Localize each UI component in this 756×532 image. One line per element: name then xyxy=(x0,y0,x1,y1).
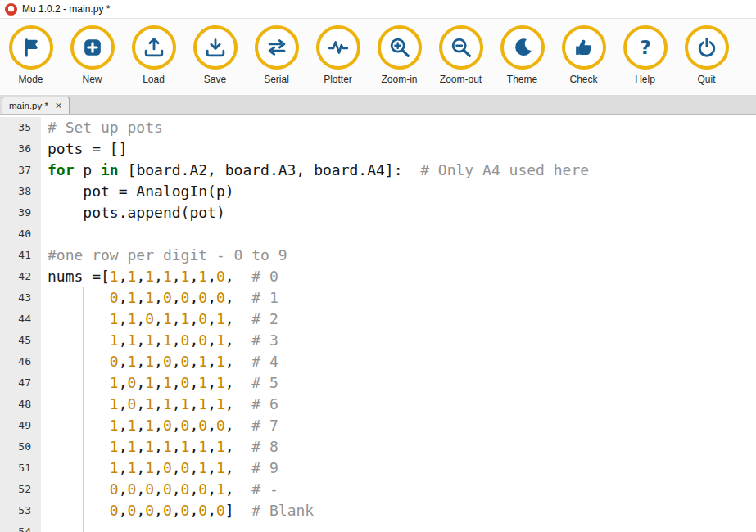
line-number: 47 xyxy=(0,372,41,394)
quit-button[interactable]: Quit xyxy=(683,25,730,85)
tab-bar: main.py * ✕ xyxy=(0,96,756,115)
code-line: 38 pot = AnalogIn(p) xyxy=(0,181,756,202)
code-text: 0,0,0,0,0,0,0] # Blank xyxy=(41,500,314,521)
toolbar-button-label: Help xyxy=(635,74,655,85)
code-line: 35# Set up pots xyxy=(0,117,756,138)
mu-window: Mu 1.0.2 - main.py * Mode New xyxy=(0,0,756,532)
line-number: 36 xyxy=(0,138,41,160)
code-text: 0,1,1,0,0,1,1, # 4 xyxy=(41,351,278,372)
code-text: for p in [board.A2, board.A3, board.A4]:… xyxy=(41,160,589,181)
line-number: 42 xyxy=(0,266,41,287)
code-line: 40 xyxy=(0,223,756,245)
save-button[interactable]: Save xyxy=(192,25,238,85)
load-icon xyxy=(132,25,176,70)
zoom-in-button[interactable]: Zoom-in xyxy=(376,25,423,85)
code-text: #one row per digit - 0 to 9 xyxy=(41,245,287,266)
code-text: pots.append(pot) xyxy=(41,202,225,223)
quit-icon xyxy=(685,25,729,70)
code-line: 50 1,1,1,1,1,1,1, # 8 xyxy=(0,436,756,458)
line-number: 37 xyxy=(0,160,41,181)
line-number: 44 xyxy=(0,309,41,330)
toolbar: Mode New Load xyxy=(0,19,756,96)
zoom-in-icon xyxy=(378,25,422,70)
line-number: 45 xyxy=(0,330,41,351)
code-text: 1,0,1,1,0,1,1, # 5 xyxy=(41,372,278,394)
toolbar-button-label: Theme xyxy=(507,74,537,85)
window-title: Mu 1.0.2 - main.py * xyxy=(22,3,110,15)
toolbar-button-label: New xyxy=(82,74,102,85)
theme-button[interactable]: Theme xyxy=(499,25,545,85)
code-text: 0,1,1,0,0,0,0, # 1 xyxy=(41,287,278,309)
code-line: 43 0,1,1,0,0,0,0, # 1 xyxy=(0,287,756,309)
load-button[interactable]: Load xyxy=(130,25,177,85)
plotter-icon xyxy=(316,25,360,70)
toolbar-button-label: Plotter xyxy=(324,74,352,85)
new-icon xyxy=(70,25,115,70)
toolbar-button-label: Load xyxy=(143,74,165,85)
mu-logo-icon xyxy=(5,3,17,16)
new-button[interactable]: New xyxy=(69,25,115,85)
plotter-button[interactable]: Plotter xyxy=(315,25,361,85)
line-number: 35 xyxy=(0,117,41,138)
code-text: 1,1,1,0,0,1,1, # 9 xyxy=(41,458,278,479)
code-line: 41#one row per digit - 0 to 9 xyxy=(0,245,756,266)
help-button[interactable]: ? Help xyxy=(622,25,668,85)
mode-icon xyxy=(9,25,53,70)
toolbar-button-label: Save xyxy=(204,74,226,85)
code-line: 51 1,1,1,0,0,1,1, # 9 xyxy=(0,458,756,479)
line-number: 53 xyxy=(0,500,41,521)
code-text: 1,1,1,1,1,1,1, # 8 xyxy=(41,436,278,458)
code-lines: 35# Set up pots36pots = []37for p in [bo… xyxy=(0,115,756,532)
mode-button[interactable]: Mode xyxy=(7,25,54,85)
zoom-out-icon xyxy=(439,25,483,70)
serial-icon xyxy=(255,25,299,70)
code-text: 1,1,0,1,1,0,1, # 2 xyxy=(41,309,278,330)
theme-icon xyxy=(500,25,545,70)
toolbar-button-label: Zoom-in xyxy=(381,74,417,85)
tab-close-icon[interactable]: ✕ xyxy=(55,101,62,110)
code-editor[interactable]: 35# Set up pots36pots = []37for p in [bo… xyxy=(0,115,756,532)
code-text: 1,1,1,0,0,0,0, # 7 xyxy=(41,415,278,436)
line-number: 49 xyxy=(0,415,41,436)
code-line: 47 1,0,1,1,0,1,1, # 5 xyxy=(0,372,756,394)
svg-text:?: ? xyxy=(640,36,651,59)
code-line: 52 0,0,0,0,0,0,1, # - xyxy=(0,479,756,500)
code-line: 42nums =[1,1,1,1,1,1,0, # 0 xyxy=(0,266,756,287)
code-line: 45 1,1,1,1,0,0,1, # 3 xyxy=(0,330,756,351)
code-text: # Set up pots xyxy=(41,117,163,138)
code-line: 49 1,1,1,0,0,0,0, # 7 xyxy=(0,415,756,436)
code-text: 1,0,1,1,1,1,1, # 6 xyxy=(41,394,278,415)
line-number: 51 xyxy=(0,458,41,479)
tab-main-py[interactable]: main.py * ✕ xyxy=(2,97,70,114)
titlebar[interactable]: Mu 1.0.2 - main.py * xyxy=(0,0,756,19)
toolbar-button-label: Zoom-out xyxy=(440,74,482,85)
save-icon xyxy=(193,25,238,70)
code-line: 46 0,1,1,0,0,1,1, # 4 xyxy=(0,351,756,372)
zoom-out-button[interactable]: Zoom-out xyxy=(437,25,484,85)
serial-button[interactable]: Serial xyxy=(253,25,300,85)
line-number: 50 xyxy=(0,436,41,458)
code-line: 36pots = [] xyxy=(0,138,756,160)
line-number: 41 xyxy=(0,245,41,266)
line-number: 48 xyxy=(0,394,41,415)
line-number: 54 xyxy=(0,521,41,532)
line-number: 39 xyxy=(0,202,41,223)
code-line: 54 xyxy=(0,521,756,532)
line-number: 43 xyxy=(0,287,41,309)
toolbar-button-label: Quit xyxy=(697,74,715,85)
code-line: 48 1,0,1,1,1,1,1, # 6 xyxy=(0,394,756,415)
code-text xyxy=(41,223,48,245)
toolbar-button-label: Mode xyxy=(18,74,43,85)
code-text: nums =[1,1,1,1,1,1,0, # 0 xyxy=(41,266,278,287)
help-icon: ? xyxy=(623,25,668,70)
code-text xyxy=(41,521,48,532)
code-line: 53 0,0,0,0,0,0,0] # Blank xyxy=(0,500,756,521)
line-number: 38 xyxy=(0,181,41,202)
code-text: pot = AnalogIn(p) xyxy=(41,181,234,202)
code-text: pots = [] xyxy=(41,138,128,160)
check-button[interactable]: Check xyxy=(560,25,607,85)
check-icon xyxy=(562,25,606,70)
code-line: 44 1,1,0,1,1,0,1, # 2 xyxy=(0,309,756,330)
line-number: 46 xyxy=(0,351,41,372)
toolbar-button-label: Check xyxy=(569,74,597,85)
